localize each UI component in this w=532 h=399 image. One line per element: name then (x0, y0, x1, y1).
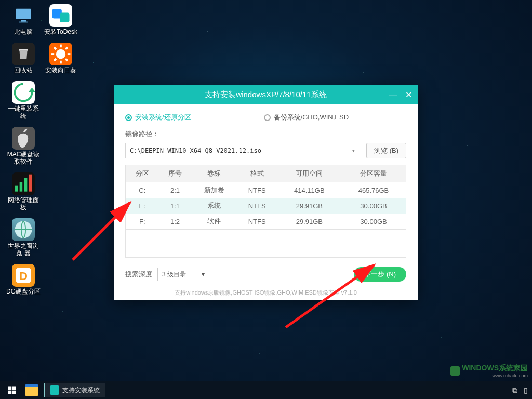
net-icon (12, 172, 35, 195)
dg-icon: D (12, 264, 35, 287)
support-footer-text: 支持windows原版镜像,GHOST ISO镜像,GHO,WIM,ESD镜像安… (125, 289, 406, 297)
battery-tray-icon[interactable]: ▯ (524, 386, 528, 394)
watermark-url: www.ruhaifu.com (462, 373, 528, 378)
reinstall-icon (12, 81, 35, 104)
close-button[interactable]: ✕ (402, 88, 415, 101)
start-button[interactable] (4, 382, 20, 398)
svg-rect-25 (12, 387, 16, 390)
col-fmt: 格式 (237, 165, 277, 182)
desktop-icon-net[interactable]: 网络管理面板 (5, 172, 42, 211)
install-radio-label: 安装系统/还原分区 (135, 113, 191, 122)
cell-free: 29.91GB (277, 214, 341, 230)
pc-icon (12, 4, 35, 27)
system-tray: ⧉ ▯ (512, 386, 528, 395)
browse-button[interactable]: 浏览 (B) (366, 143, 406, 158)
partition-row[interactable]: C:2:1新加卷NTFS414.11GB465.76GB (126, 182, 406, 198)
desktop-icon-sun[interactable]: 安装向日葵 (43, 43, 79, 74)
partition-row[interactable]: F:1:2软件NTFS29.91GB30.00GB (126, 214, 406, 230)
cell-cap: 30.00GB (341, 198, 406, 214)
next-button[interactable]: 下一步 (N) (354, 267, 406, 282)
cell-free: 29.91GB (277, 198, 341, 214)
desktop-icon-dg[interactable]: DDG硬盘分区 (5, 264, 42, 295)
svg-rect-6 (24, 178, 28, 192)
cell-idx: 2:1 (159, 182, 192, 198)
desktop-icons-col1: 此电脑回收站一键重装系统MAC硬盘读 取软件网络管理面板世界之窗浏览 器DDG硬… (5, 4, 42, 302)
col-cap: 分区容量 (341, 165, 406, 182)
col-part: 分区 (126, 165, 159, 182)
svg-rect-5 (20, 182, 22, 191)
desktop-icon-bin[interactable]: 回收站 (5, 43, 42, 74)
svg-line-19 (65, 59, 68, 61)
radio-dot-icon (264, 114, 271, 121)
desktop-icon-todesk[interactable]: 安装ToDesk (43, 4, 79, 35)
search-depth-select[interactable]: 3 级目录 ▾ (157, 268, 209, 281)
desktop-icon-label: 网络管理面板 (5, 196, 42, 211)
svg-rect-7 (29, 175, 32, 192)
desktop-icon-label: 安装ToDesk (43, 28, 79, 35)
cell-label: 软件 (192, 214, 237, 230)
desktop-icon-label: 安装向日葵 (43, 66, 79, 74)
cell-fmt: NTFS (237, 198, 277, 214)
svg-rect-2 (19, 22, 28, 23)
taskbar-app-label: 支持安装系统 (62, 386, 100, 395)
svg-rect-27 (12, 391, 16, 394)
image-path-value: C:\DEEPIN_WIN10_X64_Q8_V2021.12.iso (130, 147, 261, 154)
col-label: 卷标 (192, 165, 237, 182)
taskbar-active-app[interactable]: 支持安装系统 (44, 383, 105, 397)
window-title: 支持安装windowsXP/7/8/10/11系统 (205, 90, 326, 100)
browser-icon (12, 218, 35, 241)
todesk-icon (49, 4, 72, 27)
svg-rect-4 (15, 186, 18, 192)
desktop-icon-reinstall[interactable]: 一键重装系统 (5, 81, 42, 119)
col-idx: 序号 (159, 165, 192, 182)
desktop-icon-label: MAC硬盘读 取软件 (5, 151, 42, 165)
svg-point-13 (56, 49, 65, 59)
radio-dot-icon (125, 114, 132, 121)
desktop-icons-col2: 安装ToDesk安装向日葵 (43, 4, 79, 81)
app-icon (50, 385, 59, 395)
desktop-icon-browser[interactable]: 世界之窗浏览 器 (5, 218, 42, 257)
sun-icon (49, 43, 72, 65)
desktop-icon-label: 此电脑 (5, 28, 42, 35)
cell-part: C: (126, 182, 159, 198)
windows-logo-icon (450, 366, 460, 376)
cell-idx: 1:1 (159, 198, 192, 214)
cell-fmt: NTFS (237, 214, 277, 230)
svg-line-20 (54, 59, 56, 61)
install-radio[interactable]: 安装系统/还原分区 (125, 113, 191, 122)
minimize-button[interactable]: — (387, 88, 399, 101)
chevron-down-icon: ▾ (202, 271, 205, 278)
watermark-brand: WINDOWS系统家园 (462, 364, 528, 372)
cell-part: F: (126, 214, 159, 230)
bin-icon (12, 43, 35, 65)
svg-line-18 (54, 47, 56, 49)
titlebar[interactable]: 支持安装windowsXP/7/8/10/11系统 — ✕ (114, 85, 418, 104)
svg-rect-1 (21, 20, 26, 21)
cell-label: 系统 (192, 198, 237, 214)
mac-icon (12, 127, 35, 150)
depth-value: 3 级目录 (162, 270, 186, 279)
desktop-icon-mac[interactable]: MAC硬盘读 取软件 (5, 127, 42, 165)
cell-idx: 1:2 (159, 214, 192, 230)
partition-row[interactable]: E:1:1系统NTFS29.91GB30.00GB (126, 198, 406, 214)
desktop-icon-label: 一键重装系统 (5, 105, 42, 119)
svg-rect-26 (8, 391, 12, 394)
svg-line-21 (65, 47, 68, 49)
col-free: 可用空间 (277, 165, 341, 182)
svg-rect-3 (19, 49, 28, 51)
image-path-combo[interactable]: C:\DEEPIN_WIN10_X64_Q8_V2021.12.iso ▾ (125, 143, 360, 158)
network-tray-icon[interactable]: ⧉ (512, 386, 517, 395)
cell-fmt: NTFS (237, 182, 277, 198)
desktop-icon-pc[interactable]: 此电脑 (5, 4, 42, 35)
depth-label: 搜索深度 (125, 270, 152, 279)
partition-table: 分区 序号 卷标 格式 可用空间 分区容量 C:2:1新加卷NTFS414.11… (125, 165, 406, 230)
desktop-icon-label: 世界之窗浏览 器 (5, 242, 42, 257)
svg-text:D: D (19, 270, 28, 283)
cell-free: 414.11GB (277, 182, 341, 198)
backup-radio[interactable]: 备份系统/GHO,WIN,ESD (264, 113, 349, 122)
cell-part: E: (126, 198, 159, 214)
cell-cap: 30.00GB (341, 214, 406, 230)
file-explorer-taskbar-icon[interactable] (25, 384, 38, 396)
taskbar: 支持安装系统 ⧉ ▯ (0, 381, 532, 399)
svg-rect-0 (16, 9, 31, 19)
